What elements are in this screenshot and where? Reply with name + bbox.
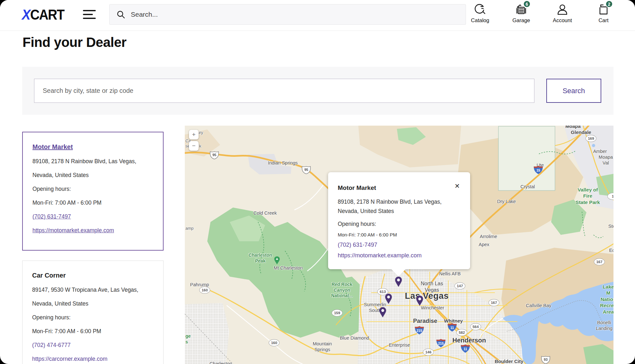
cart-badge: 2 (605, 0, 613, 8)
dealer-address-2: Nevada, United States (32, 297, 154, 311)
us-route-shield: 95 (210, 151, 219, 160)
interstate-shield: 11 (460, 344, 470, 353)
state-route-shield: 169 (586, 135, 596, 142)
logo[interactable]: XCART (22, 6, 64, 23)
info-window-hours-label: Opening hours: (338, 221, 461, 227)
dealer-name: Car Corner (32, 272, 66, 279)
nav-cart-label: Cart (598, 17, 608, 23)
catalog-search-icon (473, 3, 487, 16)
svg-text:215: 215 (438, 342, 444, 345)
info-window-website-link[interactable]: https://motomarket.example.com (338, 252, 461, 259)
interstate-shield: 15 (533, 165, 543, 174)
dealer-name-link[interactable]: Motor Market (32, 143, 73, 151)
dealer-phone-link[interactable]: (702) 631-7497 (32, 213, 71, 220)
dealer-card-car-corner[interactable]: Car Corner 89147, 9530 W Tropicana Ave, … (22, 261, 164, 364)
info-window-phone-link[interactable]: (702) 631-7497 (338, 242, 461, 248)
map-marker-dealer[interactable] (416, 295, 424, 306)
map-marker-motor-market[interactable] (395, 276, 402, 287)
state-route-shield: 160 (199, 287, 210, 294)
info-window-address-2: Nevada, United States (338, 207, 461, 216)
search-icon (117, 10, 125, 19)
svg-text:95: 95 (212, 153, 216, 157)
zoom-in-button[interactable]: + (189, 130, 199, 139)
info-window-title: Motor Market (338, 184, 461, 191)
state-route-shield: 160 (269, 339, 280, 346)
dealer-hours: Mon-Fri: 7:00 AM - 6:00 PM (32, 324, 154, 338)
dealer-website-link[interactable]: https://carcorner.example.com (32, 356, 107, 362)
nav-garage[interactable]: 6 Garage (509, 3, 533, 23)
us-route-shield: 95 (301, 165, 311, 174)
svg-text:95: 95 (304, 168, 308, 172)
account-icon (556, 3, 569, 16)
dealer-search-button[interactable]: Search (546, 79, 601, 103)
dealer-phone-link[interactable]: (702) 474-6777 (32, 342, 71, 348)
state-route-shield: 167 (488, 299, 499, 306)
state-route-shield: 564 (470, 323, 481, 330)
nav-catalog[interactable]: Catalog (468, 3, 492, 23)
dealer-address: 89108, 2178 N Rainbow Blvd, Las Vegas, (32, 155, 153, 168)
us-route-shield: 93 (541, 355, 550, 364)
site-header: XCART Catalog (0, 0, 635, 31)
page-title: Find your Dealer (22, 35, 126, 50)
info-window-hours: Mon-Fri: 7:00 AM - 6:00 PM (338, 232, 461, 237)
map-marker-dealer[interactable] (379, 307, 387, 318)
dealer-hours-label: Opening hours: (32, 182, 153, 196)
header-search[interactable] (109, 4, 466, 25)
logo-x: X (22, 6, 30, 23)
map[interactable]: ury Ca ser k Indian Springs Cold Creek a… (185, 126, 613, 364)
map-info-window: ✕ Motor Market 89108, 2178 N Rainbow Blv… (328, 172, 470, 269)
nav-catalog-label: Catalog (471, 17, 489, 23)
nav-account[interactable]: Account (550, 3, 575, 23)
header-search-input[interactable] (130, 10, 459, 19)
map-marker-dealer[interactable] (385, 293, 392, 304)
state-route-shield: 582 (456, 329, 467, 336)
dealer-search-panel: Search (22, 67, 613, 115)
dealer-website-link[interactable]: https://motomarket.example.com (32, 227, 114, 234)
zoom-out-button[interactable]: − (189, 141, 199, 151)
dealer-address: 89147, 9530 W Tropicana Ave, Las Vegas, (32, 283, 154, 297)
interstate-shield: 11 (447, 323, 457, 332)
interstate-shield: 215 (414, 326, 425, 335)
menu-button[interactable] (83, 10, 96, 20)
state-route-shield: 147 (454, 282, 465, 289)
svg-text:93: 93 (544, 358, 548, 361)
logo-cart: CART (30, 6, 64, 23)
dealer-locator-page: XCART Catalog (0, 0, 635, 364)
dealer-card-motor-market[interactable]: Motor Market 89108, 2178 N Rainbow Blvd,… (22, 132, 164, 251)
svg-text:215: 215 (416, 329, 422, 333)
dealer-address-2: Nevada, United States (32, 168, 153, 182)
nav-account-label: Account (553, 17, 572, 23)
info-window-close-icon[interactable]: ✕ (452, 182, 462, 190)
nav-cart[interactable]: 2 Cart (591, 3, 616, 23)
dealer-hours-label: Opening hours: (32, 311, 154, 324)
state-route-shield: 146 (423, 349, 434, 356)
dealer-hours: Mon-Fri: 7:00 AM - 6:00 PM (32, 196, 153, 210)
charleston-peak-marker (274, 256, 280, 265)
dealer-search-input[interactable] (34, 79, 534, 103)
svg-text:15: 15 (536, 168, 540, 172)
svg-text:11: 11 (463, 347, 467, 351)
svg-text:11: 11 (450, 326, 454, 330)
garage-badge: 6 (523, 0, 531, 8)
map-zoom-controls: + − (189, 130, 199, 152)
state-route-shield: 159 (332, 309, 343, 316)
header-nav: Catalog 6 Garage Account (468, 3, 616, 23)
state-route-shield: 167 (594, 258, 605, 265)
info-window-address: 89108, 2178 N Rainbow Blvd, Las Vegas, (338, 197, 461, 207)
nav-garage-label: Garage (512, 17, 530, 23)
interstate-shield: 215 (436, 339, 446, 348)
